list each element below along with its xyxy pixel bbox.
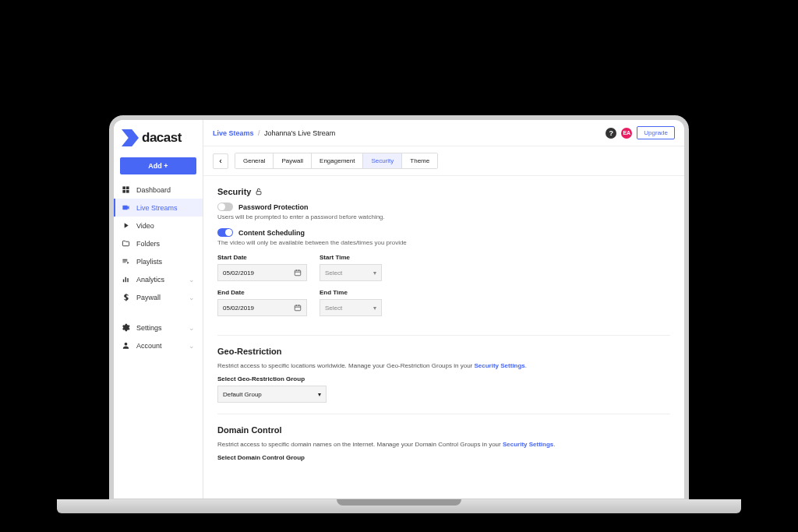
start-time-placeholder: Select [325, 270, 342, 277]
nav-main: Dashboard Live Streams Video Folders Pla… [114, 181, 203, 306]
domain-select-label: Select Domain Control Group [217, 454, 670, 461]
tab-general[interactable]: General [235, 153, 274, 168]
person-icon [122, 341, 130, 350]
svg-rect-13 [295, 305, 301, 311]
sidebar-item-paywall[interactable]: Paywall ⌄ [114, 288, 203, 306]
chevron-down-icon: ⌄ [189, 294, 195, 301]
sidebar-item-label: Playlists [136, 258, 162, 266]
end-time-select[interactable]: Select ▾ [320, 299, 382, 316]
help-icon[interactable]: ? [606, 128, 616, 139]
sidebar-item-folders[interactable]: Folders [114, 234, 203, 252]
camera-icon [122, 203, 130, 212]
main: Live Steams / Johanna's Live Stream ? EA… [203, 120, 684, 499]
calendar-icon [294, 304, 302, 312]
sidebar-item-label: Paywall [136, 294, 161, 301]
start-row: Start Date 05/02/2019 Start Time Select … [217, 254, 670, 281]
tab-engagement[interactable]: Engagement [312, 153, 363, 168]
sidebar-item-label: Account [136, 342, 162, 350]
sidebar-item-analytics[interactable]: Analytics ⌄ [114, 270, 203, 288]
sidebar-item-playlists[interactable]: Playlists [114, 252, 203, 270]
start-time-label: Start Time [320, 254, 382, 261]
sidebar-item-label: Settings [136, 324, 162, 332]
start-date-value: 05/02/2019 [223, 270, 254, 277]
geo-title: Geo-Restriction [217, 347, 670, 356]
upgrade-button[interactable]: Upgrade [637, 126, 675, 139]
play-icon [122, 221, 130, 230]
end-date-value: 05/02/2019 [223, 305, 254, 312]
gear-icon [122, 323, 130, 332]
analytics-icon [122, 275, 130, 284]
nav-bottom: Settings ⌄ Account ⌄ [114, 319, 203, 354]
svg-rect-0 [122, 186, 125, 189]
geo-settings-link[interactable]: Security Settings [474, 362, 524, 369]
svg-rect-3 [126, 190, 129, 193]
laptop-notch [337, 499, 461, 506]
chevron-left-icon [217, 158, 224, 164]
password-desc: Users will be prompted to enter a passwo… [217, 213, 670, 220]
scheduling-toggle[interactable] [217, 228, 233, 237]
password-toggle[interactable] [217, 203, 233, 211]
scheduling-toggle-row: Content Scheduling [217, 228, 670, 237]
tab-paywall[interactable]: Paywall [274, 153, 312, 168]
domain-desc-text: Restrict access to specific domain names… [217, 441, 503, 448]
domain-desc: Restrict access to specific domain names… [217, 441, 670, 448]
svg-rect-8 [257, 192, 262, 195]
logo-mark-icon [122, 129, 139, 146]
breadcrumb: Live Steams / Johanna's Live Stream [213, 129, 335, 137]
sidebar-item-label: Dashboard [136, 186, 171, 194]
svg-rect-9 [295, 270, 301, 276]
end-time-label: End Time [320, 289, 382, 296]
add-button[interactable]: Add + [120, 157, 196, 174]
end-date-label: End Date [217, 289, 307, 296]
content: Security Password Protection Users will … [203, 176, 684, 499]
end-row: End Date 05/02/2019 End Time Select ▾ [217, 289, 670, 316]
end-date-field: End Date 05/02/2019 [217, 289, 307, 316]
breadcrumb-sep: / [258, 129, 260, 137]
start-date-field: Start Date 05/02/2019 [217, 254, 307, 281]
sidebar-item-label: Folders [136, 240, 160, 248]
avatar[interactable]: EA [621, 128, 632, 139]
geo-select-value: Default Group [223, 391, 262, 398]
domain-settings-link[interactable]: Security Settings [503, 441, 553, 448]
start-date-input[interactable]: 05/02/2019 [217, 264, 307, 281]
logo-text: dacast [142, 130, 182, 146]
sidebar-item-video[interactable]: Video [114, 217, 203, 234]
sidebar-item-settings[interactable]: Settings ⌄ [114, 319, 203, 336]
calendar-icon [294, 269, 302, 277]
breadcrumb-current: Johanna's Live Stream [264, 129, 335, 137]
geo-desc: Restrict access to specific locations wo… [217, 362, 670, 369]
tabs: General Paywall Engagement Security Them… [235, 153, 438, 169]
tab-security[interactable]: Security [363, 153, 402, 168]
breadcrumb-root[interactable]: Live Steams [213, 129, 254, 137]
dashboard-icon [122, 185, 130, 194]
svg-rect-2 [122, 190, 125, 193]
caret-down-icon: ▾ [373, 305, 376, 312]
playlist-icon [122, 257, 130, 266]
domain-section: Domain Control Restrict access to specif… [217, 425, 670, 475]
sidebar-item-account[interactable]: Account ⌄ [114, 336, 203, 354]
domain-title: Domain Control [217, 425, 670, 435]
password-toggle-row: Password Protection [217, 203, 670, 211]
caret-down-icon: ▾ [318, 391, 321, 398]
start-time-select[interactable]: Select ▾ [320, 264, 382, 281]
svg-point-7 [125, 343, 128, 346]
sidebar: dacast Add + Dashboard Live Streams Vide… [114, 120, 203, 499]
sidebar-item-live-streams[interactable]: Live Streams [114, 199, 203, 217]
app: dacast Add + Dashboard Live Streams Vide… [114, 120, 684, 499]
sidebar-item-label: Live Streams [136, 204, 178, 212]
svg-rect-6 [127, 278, 128, 282]
laptop-frame: dacast Add + Dashboard Live Streams Vide… [109, 115, 689, 503]
scheduling-desc: The video will only be available between… [217, 239, 670, 246]
tab-theme[interactable]: Theme [402, 153, 437, 168]
svg-rect-4 [123, 280, 124, 283]
lock-icon [255, 188, 263, 196]
svg-rect-1 [126, 186, 129, 189]
back-button[interactable] [213, 153, 228, 169]
end-time-placeholder: Select [325, 305, 342, 312]
sidebar-item-label: Video [136, 222, 154, 230]
chevron-down-icon: ⌄ [189, 324, 195, 332]
end-date-input[interactable]: 05/02/2019 [217, 299, 307, 316]
sidebar-item-dashboard[interactable]: Dashboard [114, 181, 203, 199]
geo-group-select[interactable]: Default Group ▾ [217, 386, 327, 403]
screen: dacast Add + Dashboard Live Streams Vide… [114, 120, 684, 499]
